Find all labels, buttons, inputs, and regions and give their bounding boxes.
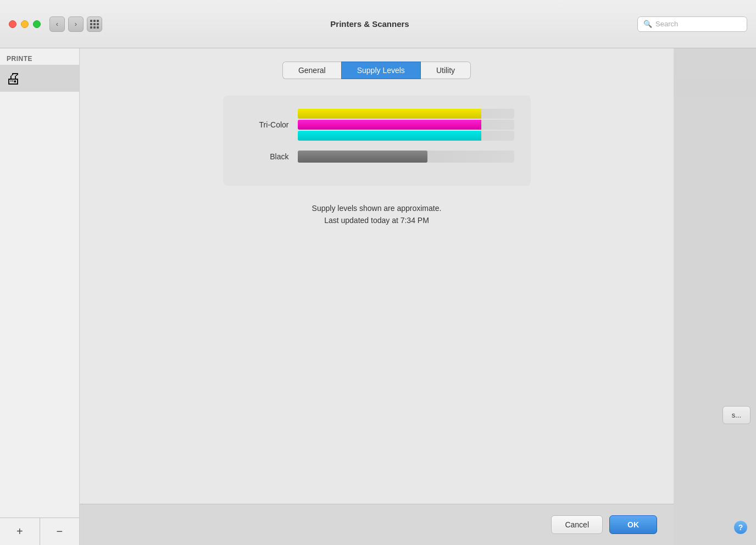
cyan-bar-container xyxy=(298,131,514,141)
tab-utility[interactable]: Utility xyxy=(421,62,471,79)
right-panel: s... ? xyxy=(674,97,756,545)
sidebar: Printe 🖨 + − xyxy=(0,48,80,545)
info-line2: Last updated today at 7:34 PM xyxy=(312,214,442,226)
printer-icon: 🖨 xyxy=(5,69,21,87)
tricolor-bars xyxy=(298,109,514,141)
tricolor-label: Tri-Color xyxy=(240,120,289,129)
minimize-button[interactable] xyxy=(21,20,29,28)
maximize-button[interactable] xyxy=(33,20,41,28)
search-icon: 🔍 xyxy=(643,20,652,28)
black-label: Black xyxy=(240,152,289,161)
black-bar-wrapper xyxy=(298,151,514,163)
window-title: Printers & Scanners xyxy=(102,19,637,29)
cancel-button[interactable]: Cancel xyxy=(551,515,603,534)
sidebar-controls: + − xyxy=(0,518,79,545)
help-button[interactable]: ? xyxy=(734,521,747,534)
printer-item[interactable]: 🖨 xyxy=(0,65,79,92)
yellow-bar-container xyxy=(298,109,514,119)
options-button[interactable]: s... xyxy=(722,406,751,424)
remove-printer-button[interactable]: − xyxy=(40,518,80,545)
yellow-bar xyxy=(298,109,482,119)
tab-general[interactable]: General xyxy=(282,62,341,79)
info-text: Supply levels shown are approximate. Las… xyxy=(312,202,442,227)
nav-buttons: ‹ › xyxy=(49,16,84,32)
titlebar: ‹ › Printers & Scanners 🔍 Search xyxy=(0,0,756,48)
search-bar[interactable]: 🔍 Search xyxy=(637,16,747,32)
grid-icon xyxy=(90,20,99,29)
magenta-bar xyxy=(298,120,482,130)
traffic-lights xyxy=(9,20,41,28)
back-button[interactable]: ‹ xyxy=(49,16,65,32)
close-button[interactable] xyxy=(9,20,16,28)
tab-bar: General Supply Levels Utility xyxy=(80,48,674,79)
add-printer-button[interactable]: + xyxy=(0,518,40,545)
tab-supply-levels[interactable]: Supply Levels xyxy=(341,62,421,79)
forward-button[interactable]: › xyxy=(68,16,84,32)
tricolor-row: Tri-Color xyxy=(240,109,514,141)
grid-button[interactable] xyxy=(87,16,102,32)
info-line1: Supply levels shown are approximate. xyxy=(312,202,442,214)
cyan-bar xyxy=(298,131,482,141)
black-bar xyxy=(298,151,427,163)
dialog-footer: Cancel OK xyxy=(80,504,674,545)
dialog-panel: General Supply Levels Utility Tri-Color xyxy=(80,48,674,545)
ok-button[interactable]: OK xyxy=(609,515,657,534)
black-row: Black xyxy=(240,151,514,163)
ink-panel: Tri-Color Black xyxy=(223,96,531,186)
tab-content: Tri-Color Black xyxy=(80,79,674,504)
main-content: General Supply Levels Utility Tri-Color xyxy=(80,48,756,545)
black-bar-container xyxy=(298,151,514,163)
search-placeholder: Search xyxy=(655,20,678,28)
magenta-bar-container xyxy=(298,120,514,130)
sidebar-section-label: Printe xyxy=(0,48,79,65)
